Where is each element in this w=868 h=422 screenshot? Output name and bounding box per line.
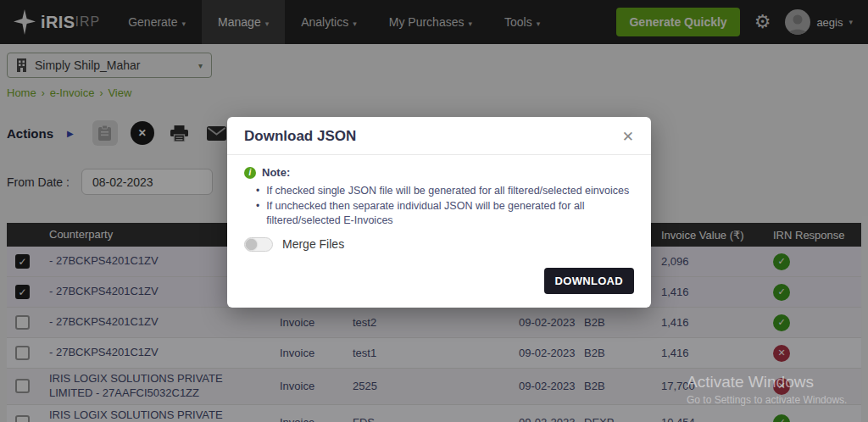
bullet-icon: • bbox=[256, 184, 259, 199]
modal-title: Download JSON bbox=[244, 128, 356, 145]
note-label: Note: bbox=[262, 166, 290, 179]
merge-files-toggle[interactable] bbox=[244, 237, 273, 252]
toggle-knob bbox=[246, 239, 257, 250]
note-list: •If checked single JSON file will be gen… bbox=[256, 184, 634, 229]
download-button[interactable]: DOWNLOAD bbox=[544, 268, 634, 294]
bullet-icon: • bbox=[256, 199, 259, 229]
info-icon: i bbox=[244, 167, 256, 179]
close-icon[interactable]: ✕ bbox=[622, 130, 634, 144]
note-bullet-2: If unchecked then separate individual JS… bbox=[266, 199, 634, 229]
modal-body: i Note: •If checked single JSON file wil… bbox=[227, 155, 651, 252]
merge-files-label: Merge Files bbox=[282, 237, 344, 251]
download-json-modal: Download JSON ✕ i Note: •If checked sing… bbox=[227, 117, 651, 308]
modal-header: Download JSON ✕ bbox=[227, 117, 651, 155]
note-bullet-1: If checked single JSON file will be gene… bbox=[266, 184, 629, 199]
